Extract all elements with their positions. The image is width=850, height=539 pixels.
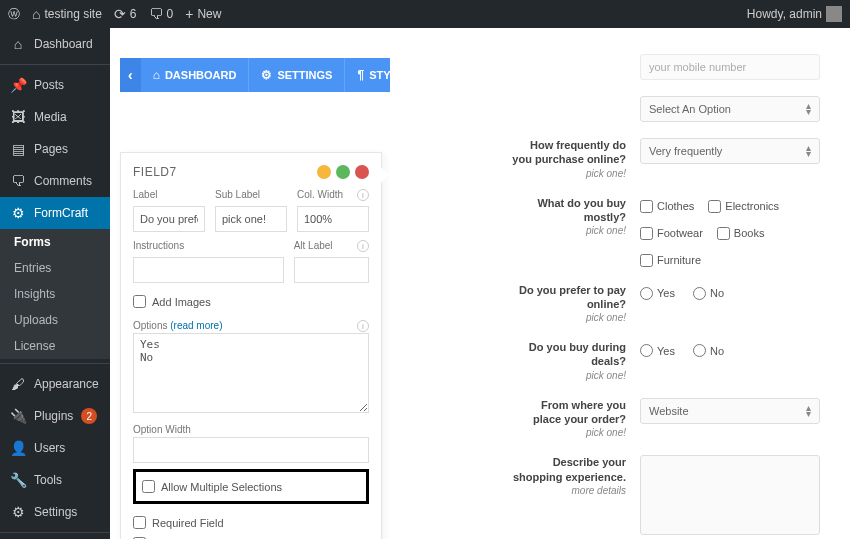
pin-icon: 📌 [10, 77, 26, 93]
formcraft-submenu: Forms Entries Insights Uploads License [0, 229, 110, 359]
info-icon[interactable]: i [357, 320, 369, 332]
select-chevron-icon: ▴▾ [806, 103, 811, 115]
add-images-check[interactable]: Add Images [133, 291, 369, 312]
tb-dashboard[interactable]: ⌂DASHBOARD [141, 58, 250, 92]
refresh-icon: ⟳ [114, 6, 126, 22]
field-editor-panel: FIELD7 Label Sub Label Col. Widthi Instr… [120, 152, 382, 539]
form-preview: Select An Option▴▾ How frequently do you… [390, 28, 840, 539]
plug-icon: 🔌 [10, 408, 26, 424]
info-icon[interactable]: i [357, 189, 369, 201]
q3-opt-electronics[interactable]: Electronics [708, 200, 779, 213]
optwidth-input[interactable] [133, 437, 369, 463]
sublabel-lbl: Sub Label [215, 189, 287, 200]
add-icon[interactable] [336, 165, 350, 179]
menu-pages[interactable]: ▤Pages [0, 133, 110, 165]
plus-icon: + [185, 6, 193, 22]
q4-opt-no[interactable]: No [693, 287, 724, 300]
hide-field-check[interactable]: Hide Field on Page Load [133, 533, 369, 539]
select-chevron-icon: ▴▾ [806, 145, 811, 157]
home-icon: ⌂ [32, 6, 40, 22]
pages-icon: ▤ [10, 141, 26, 157]
q7-textarea[interactable] [640, 455, 820, 535]
select-field-1[interactable]: Select An Option▴▾ [640, 96, 820, 122]
q5-radiogroup: Yes No [640, 340, 820, 357]
instructions-input[interactable] [133, 257, 284, 283]
q5-opt-yes[interactable]: Yes [640, 344, 675, 357]
home-icon: ⌂ [153, 68, 160, 82]
main-content: ‹ ⌂DASHBOARD ⚙SETTINGS ¶STYLING ▦ADDONS … [110, 28, 850, 539]
options-lbl: Options (read more)i [133, 320, 369, 331]
label-input[interactable] [133, 206, 205, 232]
updates[interactable]: ⟳ 6 [114, 6, 137, 22]
q3-opt-footwear[interactable]: Footwear [640, 227, 703, 240]
options-textarea[interactable]: Yes No [133, 333, 369, 413]
info-icon[interactable]: i [357, 240, 369, 252]
q4-label: Do you prefer to pay online?pick one! [510, 283, 640, 325]
required-check[interactable]: Required Field [133, 512, 369, 533]
q3-checkgroup: Clothes Electronics Footwear Books Furni… [640, 196, 820, 267]
plugin-update-badge: 2 [81, 408, 97, 424]
howdy-user[interactable]: Howdy, admin [747, 6, 842, 22]
q3-label: What do you buy mostly?pick one! [510, 196, 640, 238]
allow-multiple-highlight: Allow Multiple Selections [133, 469, 369, 504]
gear-icon: ⚙ [261, 68, 272, 82]
settings-icon: ⚙ [10, 504, 26, 520]
q5-label: Do you buy during deals?pick one! [510, 340, 640, 382]
comment-icon: 🗨 [149, 6, 163, 22]
q2-label: How frequently do you purchase online?pi… [510, 138, 640, 180]
menu-media[interactable]: 🖾Media [0, 101, 110, 133]
close-icon[interactable] [355, 165, 369, 179]
menu-users[interactable]: 👤Users [0, 432, 110, 464]
instructions-lbl: Instructions [133, 240, 284, 251]
menu-settings[interactable]: ⚙Settings [0, 496, 110, 528]
menu-plugins[interactable]: 🔌Plugins 2 [0, 400, 110, 432]
back-button[interactable]: ‹ [120, 58, 141, 92]
submenu-license[interactable]: License [0, 333, 110, 359]
q3-opt-books[interactable]: Books [717, 227, 765, 240]
options-readmore-link[interactable]: (read more) [170, 320, 222, 331]
wp-logo[interactable]: ⓦ [8, 6, 20, 23]
q3-opt-clothes[interactable]: Clothes [640, 200, 694, 213]
q6-label: From where you place your order?pick one… [510, 398, 640, 440]
q4-opt-yes[interactable]: Yes [640, 287, 675, 300]
comments-icon: 🗨 [10, 173, 26, 189]
avatar [826, 6, 842, 22]
colwidth-input[interactable] [297, 206, 369, 232]
brush-icon: 🖌 [10, 376, 26, 392]
comments-bubble[interactable]: 🗨 0 [149, 6, 174, 22]
allow-multiple-check[interactable]: Allow Multiple Selections [142, 476, 360, 497]
chevron-left-icon: ‹ [128, 67, 133, 83]
minimize-icon[interactable] [317, 165, 331, 179]
submenu-insights[interactable]: Insights [0, 281, 110, 307]
gear-icon: ⚙ [10, 205, 26, 221]
label-lbl: Label [133, 189, 205, 200]
sublabel-input[interactable] [215, 206, 287, 232]
wp-admin-bar: ⓦ ⌂ testing site ⟳ 6 🗨 0 + New Howdy, ad… [0, 0, 850, 28]
menu-comments[interactable]: 🗨Comments [0, 165, 110, 197]
mobile-input[interactable] [640, 54, 820, 80]
menu-tools[interactable]: 🔧Tools [0, 464, 110, 496]
submenu-forms[interactable]: Forms [0, 229, 110, 255]
submenu-entries[interactable]: Entries [0, 255, 110, 281]
q2-select[interactable]: Very frequently▴▾ [640, 138, 820, 164]
q3-opt-furniture[interactable]: Furniture [640, 254, 701, 267]
media-icon: 🖾 [10, 109, 26, 125]
menu-formcraft[interactable]: ⚙FormCraft [0, 197, 110, 229]
dashboard-icon: ⌂ [10, 36, 26, 52]
q4-radiogroup: Yes No [640, 283, 820, 300]
panel-title: FIELD7 [133, 165, 177, 179]
submenu-uploads[interactable]: Uploads [0, 307, 110, 333]
wrench-icon: 🔧 [10, 472, 26, 488]
q5-opt-no[interactable]: No [693, 344, 724, 357]
altlabel-input[interactable] [294, 257, 369, 283]
styling-icon: ¶ [357, 68, 364, 82]
q6-select[interactable]: Website▴▾ [640, 398, 820, 424]
site-name[interactable]: ⌂ testing site [32, 6, 102, 22]
menu-dashboard[interactable]: ⌂Dashboard [0, 28, 110, 60]
new-content[interactable]: + New [185, 6, 221, 22]
admin-sidebar: ⌂Dashboard 📌Posts 🖾Media ▤Pages 🗨Comment… [0, 28, 110, 539]
menu-appearance[interactable]: 🖌Appearance [0, 368, 110, 400]
optwidth-lbl: Option Width [133, 424, 369, 435]
menu-posts[interactable]: 📌Posts [0, 69, 110, 101]
tb-settings[interactable]: ⚙SETTINGS [249, 58, 345, 92]
